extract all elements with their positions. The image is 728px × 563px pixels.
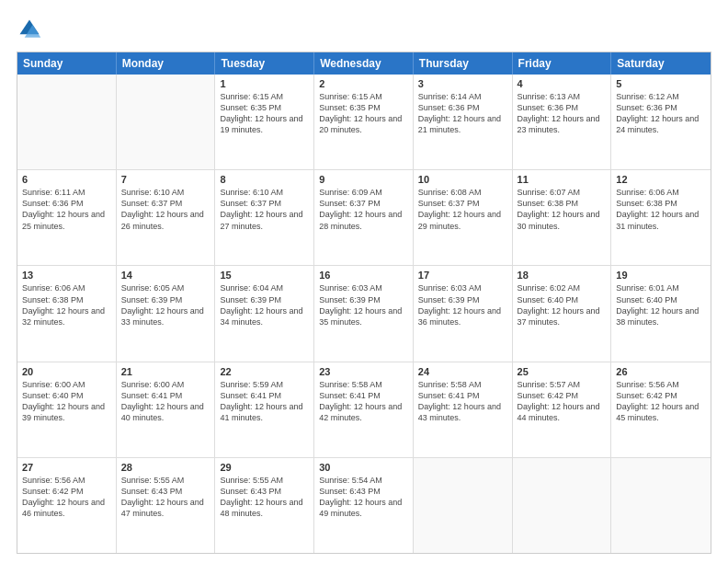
calendar-week: 20Sunrise: 6:00 AM Sunset: 6:40 PM Dayli… <box>17 362 711 458</box>
cell-info: Sunrise: 5:56 AM Sunset: 6:42 PM Dayligh… <box>616 379 706 424</box>
cell-info: Sunrise: 6:11 AM Sunset: 6:36 PM Dayligh… <box>22 187 111 232</box>
calendar-cell: 4Sunrise: 6:13 AM Sunset: 6:36 PM Daylig… <box>513 75 612 169</box>
day-number: 23 <box>319 366 408 377</box>
calendar-cell: 20Sunrise: 6:00 AM Sunset: 6:40 PM Dayli… <box>17 362 117 457</box>
cell-info: Sunrise: 5:59 AM Sunset: 6:41 PM Dayligh… <box>220 379 309 424</box>
day-number: 3 <box>418 78 507 89</box>
cell-info: Sunrise: 6:15 AM Sunset: 6:35 PM Dayligh… <box>319 91 408 136</box>
calendar-week: 27Sunrise: 5:56 AM Sunset: 6:42 PM Dayli… <box>17 458 711 553</box>
calendar-cell: 21Sunrise: 6:00 AM Sunset: 6:41 PM Dayli… <box>117 362 216 457</box>
calendar-cell <box>414 458 513 553</box>
calendar-cell: 19Sunrise: 6:01 AM Sunset: 6:40 PM Dayli… <box>611 266 711 361</box>
day-number: 2 <box>319 78 408 89</box>
day-number: 29 <box>220 462 309 473</box>
cell-info: Sunrise: 6:15 AM Sunset: 6:35 PM Dayligh… <box>220 91 309 136</box>
calendar-cell: 17Sunrise: 6:03 AM Sunset: 6:39 PM Dayli… <box>414 266 513 361</box>
logo <box>17 17 46 42</box>
cell-info: Sunrise: 6:14 AM Sunset: 6:36 PM Dayligh… <box>418 91 507 136</box>
cell-info: Sunrise: 6:10 AM Sunset: 6:37 PM Dayligh… <box>220 187 309 232</box>
day-number: 9 <box>319 174 408 185</box>
cell-info: Sunrise: 6:05 AM Sunset: 6:39 PM Dayligh… <box>121 282 210 327</box>
cell-info: Sunrise: 6:06 AM Sunset: 6:38 PM Dayligh… <box>22 282 111 327</box>
cell-info: Sunrise: 5:58 AM Sunset: 6:41 PM Dayligh… <box>319 379 408 424</box>
day-number: 7 <box>121 174 210 185</box>
cell-info: Sunrise: 5:58 AM Sunset: 6:41 PM Dayligh… <box>418 379 507 424</box>
calendar-cell: 2Sunrise: 6:15 AM Sunset: 6:35 PM Daylig… <box>314 75 414 169</box>
calendar-cell: 25Sunrise: 5:57 AM Sunset: 6:42 PM Dayli… <box>513 362 612 457</box>
cell-info: Sunrise: 6:00 AM Sunset: 6:40 PM Dayligh… <box>22 379 111 424</box>
cell-info: Sunrise: 6:03 AM Sunset: 6:39 PM Dayligh… <box>418 282 507 327</box>
calendar-cell <box>513 458 612 553</box>
day-number: 5 <box>616 78 706 89</box>
calendar-cell: 14Sunrise: 6:05 AM Sunset: 6:39 PM Dayli… <box>117 266 216 361</box>
calendar-cell: 29Sunrise: 5:55 AM Sunset: 6:43 PM Dayli… <box>215 458 314 553</box>
day-number: 30 <box>319 462 408 473</box>
day-number: 18 <box>518 270 607 281</box>
header <box>17 17 711 42</box>
calendar-week: 13Sunrise: 6:06 AM Sunset: 6:38 PM Dayli… <box>17 266 711 362</box>
day-number: 10 <box>418 174 507 185</box>
day-number: 26 <box>616 366 706 377</box>
cell-info: Sunrise: 5:56 AM Sunset: 6:42 PM Dayligh… <box>22 475 111 520</box>
cell-info: Sunrise: 6:02 AM Sunset: 6:40 PM Dayligh… <box>518 282 607 327</box>
cell-info: Sunrise: 6:09 AM Sunset: 6:37 PM Dayligh… <box>319 187 408 232</box>
calendar-cell: 30Sunrise: 5:54 AM Sunset: 6:43 PM Dayli… <box>314 458 414 553</box>
day-number: 8 <box>220 174 309 185</box>
calendar-header-cell: Monday <box>117 52 216 75</box>
day-number: 27 <box>22 462 111 473</box>
calendar-cell: 16Sunrise: 6:03 AM Sunset: 6:39 PM Dayli… <box>314 266 414 361</box>
day-number: 12 <box>616 174 706 185</box>
day-number: 1 <box>220 78 309 89</box>
calendar-cell <box>117 75 216 169</box>
cell-info: Sunrise: 6:10 AM Sunset: 6:37 PM Dayligh… <box>121 187 210 232</box>
cell-info: Sunrise: 6:07 AM Sunset: 6:38 PM Dayligh… <box>518 187 607 232</box>
day-number: 16 <box>319 270 408 281</box>
calendar-cell: 22Sunrise: 5:59 AM Sunset: 6:41 PM Dayli… <box>215 362 314 457</box>
calendar: SundayMondayTuesdayWednesdayThursdayFrid… <box>17 52 711 554</box>
calendar-cell: 15Sunrise: 6:04 AM Sunset: 6:39 PM Dayli… <box>215 266 314 361</box>
calendar-week: 6Sunrise: 6:11 AM Sunset: 6:36 PM Daylig… <box>17 170 711 266</box>
calendar-cell: 3Sunrise: 6:14 AM Sunset: 6:36 PM Daylig… <box>414 75 513 169</box>
day-number: 17 <box>418 270 507 281</box>
calendar-cell: 27Sunrise: 5:56 AM Sunset: 6:42 PM Dayli… <box>17 458 117 553</box>
cell-info: Sunrise: 6:01 AM Sunset: 6:40 PM Dayligh… <box>616 282 706 327</box>
cell-info: Sunrise: 5:55 AM Sunset: 6:43 PM Dayligh… <box>220 475 309 520</box>
calendar-header-cell: Thursday <box>414 52 513 75</box>
day-number: 4 <box>518 78 607 89</box>
calendar-header-cell: Tuesday <box>215 52 314 75</box>
calendar-cell: 6Sunrise: 6:11 AM Sunset: 6:36 PM Daylig… <box>17 170 117 265</box>
day-number: 6 <box>22 174 111 185</box>
calendar-cell: 13Sunrise: 6:06 AM Sunset: 6:38 PM Dayli… <box>17 266 117 361</box>
page: SundayMondayTuesdayWednesdayThursdayFrid… <box>0 0 728 563</box>
day-number: 21 <box>121 366 210 377</box>
calendar-header-cell: Saturday <box>611 52 711 75</box>
day-number: 13 <box>22 270 111 281</box>
day-number: 22 <box>220 366 309 377</box>
calendar-header-cell: Sunday <box>17 52 117 75</box>
logo-icon <box>17 17 42 42</box>
day-number: 15 <box>220 270 309 281</box>
cell-info: Sunrise: 6:13 AM Sunset: 6:36 PM Dayligh… <box>518 91 607 136</box>
calendar-cell: 10Sunrise: 6:08 AM Sunset: 6:37 PM Dayli… <box>414 170 513 265</box>
calendar-cell <box>17 75 117 169</box>
calendar-header-cell: Friday <box>513 52 612 75</box>
calendar-header-cell: Wednesday <box>314 52 414 75</box>
cell-info: Sunrise: 6:06 AM Sunset: 6:38 PM Dayligh… <box>616 187 706 232</box>
cell-info: Sunrise: 6:08 AM Sunset: 6:37 PM Dayligh… <box>418 187 507 232</box>
day-number: 20 <box>22 366 111 377</box>
cell-info: Sunrise: 5:55 AM Sunset: 6:43 PM Dayligh… <box>121 475 210 520</box>
calendar-cell <box>611 458 711 553</box>
calendar-body: 1Sunrise: 6:15 AM Sunset: 6:35 PM Daylig… <box>17 75 711 553</box>
calendar-cell: 7Sunrise: 6:10 AM Sunset: 6:37 PM Daylig… <box>117 170 216 265</box>
cell-info: Sunrise: 5:54 AM Sunset: 6:43 PM Dayligh… <box>319 475 408 520</box>
calendar-cell: 5Sunrise: 6:12 AM Sunset: 6:36 PM Daylig… <box>611 75 711 169</box>
calendar-cell: 28Sunrise: 5:55 AM Sunset: 6:43 PM Dayli… <box>117 458 216 553</box>
calendar-header-row: SundayMondayTuesdayWednesdayThursdayFrid… <box>17 52 711 75</box>
day-number: 24 <box>418 366 507 377</box>
calendar-cell: 8Sunrise: 6:10 AM Sunset: 6:37 PM Daylig… <box>215 170 314 265</box>
calendar-cell: 18Sunrise: 6:02 AM Sunset: 6:40 PM Dayli… <box>513 266 612 361</box>
calendar-cell: 1Sunrise: 6:15 AM Sunset: 6:35 PM Daylig… <box>215 75 314 169</box>
cell-info: Sunrise: 6:12 AM Sunset: 6:36 PM Dayligh… <box>616 91 706 136</box>
day-number: 11 <box>518 174 607 185</box>
cell-info: Sunrise: 6:00 AM Sunset: 6:41 PM Dayligh… <box>121 379 210 424</box>
